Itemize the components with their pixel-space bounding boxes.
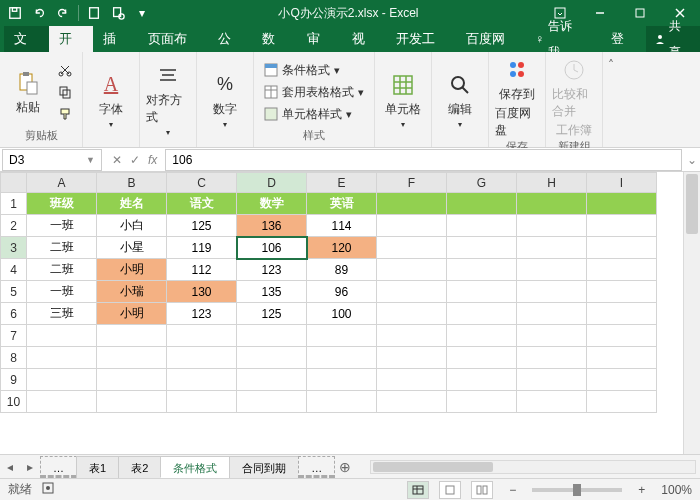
baidu-save-button[interactable]: 保存到百度网盘 [495, 56, 539, 139]
cell[interactable]: 135 [237, 281, 307, 303]
tab-home[interactable]: 开始 [49, 26, 94, 52]
cell[interactable] [447, 281, 517, 303]
col-header[interactable]: E [307, 173, 377, 193]
header-cell[interactable] [377, 193, 447, 215]
cell[interactable] [447, 215, 517, 237]
formula-input[interactable]: 106 [165, 149, 682, 171]
cell[interactable] [587, 281, 657, 303]
cell[interactable] [97, 369, 167, 391]
login-button[interactable]: 登录 [601, 26, 646, 52]
copy-icon[interactable] [54, 82, 76, 102]
tab-layout[interactable]: 页面布局 [138, 26, 207, 52]
col-header[interactable]: H [517, 173, 587, 193]
cell[interactable] [307, 391, 377, 413]
view-pagebreak-icon[interactable] [471, 481, 493, 499]
tab-view[interactable]: 视图 [342, 26, 387, 52]
cell[interactable] [447, 325, 517, 347]
cell[interactable]: 119 [167, 237, 237, 259]
edit-button[interactable]: 编辑▾ [438, 71, 482, 129]
cell[interactable] [167, 391, 237, 413]
row-header[interactable]: 6 [1, 303, 27, 325]
expand-fx-icon[interactable]: ⌄ [684, 153, 700, 167]
tab-formula[interactable]: 公式 [208, 26, 253, 52]
header-cell[interactable]: 英语 [307, 193, 377, 215]
cell[interactable] [447, 347, 517, 369]
cell[interactable] [377, 325, 447, 347]
cell[interactable]: 96 [307, 281, 377, 303]
redo-icon[interactable] [52, 2, 74, 24]
cell[interactable] [27, 347, 97, 369]
header-cell[interactable] [587, 193, 657, 215]
cell[interactable] [167, 369, 237, 391]
cell[interactable] [377, 391, 447, 413]
cell[interactable] [167, 325, 237, 347]
cancel-fx-icon[interactable]: ✕ [112, 153, 122, 167]
cell[interactable]: 小白 [97, 215, 167, 237]
cell[interactable] [517, 259, 587, 281]
cell[interactable]: 小明 [97, 303, 167, 325]
cell[interactable] [237, 369, 307, 391]
tell-me[interactable]: ♀告诉我... [525, 26, 601, 52]
cell[interactable] [517, 215, 587, 237]
cell[interactable] [27, 369, 97, 391]
cell[interactable]: 二班 [27, 259, 97, 281]
save-icon[interactable] [4, 2, 26, 24]
cell[interactable] [447, 391, 517, 413]
cell[interactable]: 89 [307, 259, 377, 281]
cell[interactable] [377, 237, 447, 259]
cell[interactable]: 123 [167, 303, 237, 325]
cell[interactable]: 小明 [97, 259, 167, 281]
row-header[interactable]: 1 [1, 193, 27, 215]
cell[interactable]: 125 [167, 215, 237, 237]
table-format-button[interactable]: 套用表格格式 ▾ [260, 82, 368, 102]
cell[interactable] [447, 303, 517, 325]
accept-fx-icon[interactable]: ✓ [130, 153, 140, 167]
cell[interactable] [587, 259, 657, 281]
cell[interactable]: 120 [307, 237, 377, 259]
header-cell[interactable]: 语文 [167, 193, 237, 215]
cell[interactable] [377, 259, 447, 281]
sheet-tab-2[interactable]: 表2 [118, 456, 161, 478]
cell[interactable]: 二班 [27, 237, 97, 259]
row-header[interactable]: 2 [1, 215, 27, 237]
view-normal-icon[interactable] [407, 481, 429, 499]
cell[interactable] [587, 391, 657, 413]
cell[interactable]: 106 [237, 237, 307, 259]
fx-icon[interactable]: fx [148, 153, 157, 167]
tab-nav-next[interactable]: ▸ [20, 460, 40, 474]
cell[interactable] [587, 237, 657, 259]
cell[interactable] [587, 347, 657, 369]
sheet-tab-hidden[interactable]: … [40, 456, 77, 478]
row-header[interactable]: 9 [1, 369, 27, 391]
font-button[interactable]: A字体▾ [89, 71, 133, 129]
cell[interactable] [307, 369, 377, 391]
cell[interactable] [587, 369, 657, 391]
tab-baidu[interactable]: 百度网盘 [456, 26, 525, 52]
row-header[interactable]: 4 [1, 259, 27, 281]
name-box[interactable]: D3▼ [2, 149, 102, 171]
sheet-tab-4[interactable]: 合同到期 [229, 456, 299, 478]
cell[interactable] [97, 325, 167, 347]
tab-insert[interactable]: 插入 [93, 26, 138, 52]
cell[interactable] [517, 391, 587, 413]
zoom-in-button[interactable]: + [632, 483, 651, 497]
vertical-scrollbar[interactable] [683, 172, 700, 454]
cell[interactable] [27, 391, 97, 413]
col-header[interactable]: D [237, 173, 307, 193]
cell[interactable] [447, 369, 517, 391]
macro-rec-icon[interactable] [42, 482, 54, 497]
number-button[interactable]: %数字▾ [203, 71, 247, 129]
col-header[interactable]: I [587, 173, 657, 193]
share-button[interactable]: 共享 [646, 26, 700, 52]
zoom-slider[interactable] [532, 488, 622, 492]
align-button[interactable]: 对齐方式▾ [146, 62, 190, 137]
cell[interactable]: 小星 [97, 237, 167, 259]
cell[interactable] [517, 347, 587, 369]
row-header[interactable]: 7 [1, 325, 27, 347]
col-header[interactable]: G [447, 173, 517, 193]
cell[interactable]: 小瑞 [97, 281, 167, 303]
cell[interactable] [307, 325, 377, 347]
cell[interactable] [517, 325, 587, 347]
add-sheet-button[interactable]: ⊕ [334, 459, 356, 475]
cell[interactable] [237, 391, 307, 413]
